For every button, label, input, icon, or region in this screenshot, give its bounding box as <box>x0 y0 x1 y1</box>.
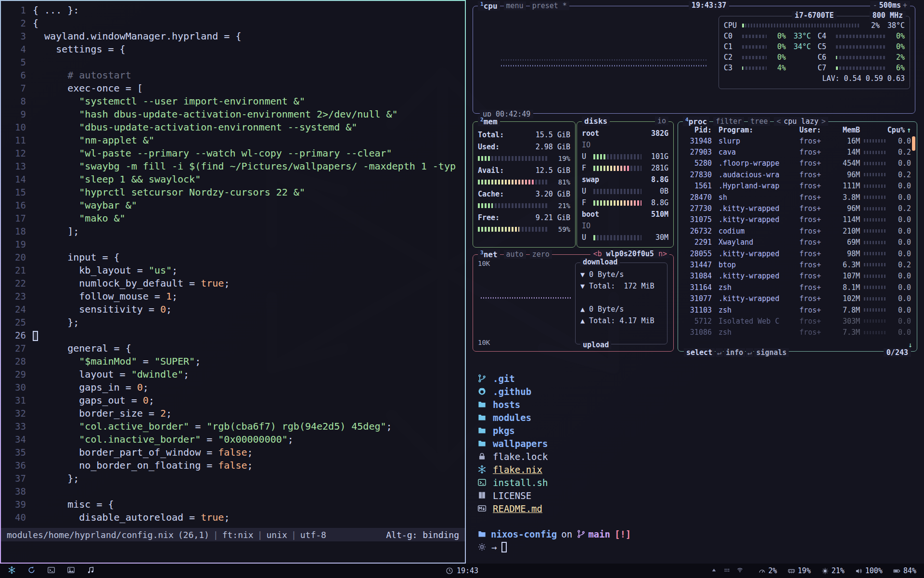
tray-item[interactable] <box>737 566 743 575</box>
mem-stat-row: Used:2.98 GiB <box>478 141 570 153</box>
select-button[interactable]: select <box>684 348 715 357</box>
disk-io-label: IO <box>582 139 668 151</box>
core-pct: 0% <box>767 53 786 62</box>
disks-box-title[interactable]: disks <box>582 117 610 126</box>
gear-icon <box>477 542 487 552</box>
code-line: 10 "dbus-update-activation-environment -… <box>1 121 465 134</box>
proc-row[interactable]: 26732codiumfros+210M0.0 <box>678 225 917 236</box>
proc-pid: 5280 <box>684 159 712 168</box>
proc-cpu: 0.0 <box>891 193 911 202</box>
file-list-item: .git <box>477 372 924 385</box>
bar-launcher[interactable] <box>67 566 75 576</box>
line-number: 39 <box>1 498 26 511</box>
proc-program: zsh <box>712 328 799 337</box>
proc-program: Xwayland <box>712 238 799 247</box>
proc-row[interactable]: 31103zshfros+7.8M0.0 <box>678 304 917 315</box>
bar-stat-module[interactable]: 21% <box>821 566 845 575</box>
proc-mem-meter <box>864 229 887 233</box>
code-line: 13 "swaybg -m fill -i $(find ~/Pictures/… <box>1 160 465 173</box>
disk-name: swap <box>582 175 599 184</box>
proc-row[interactable]: 31086zshfros+7.3M0.0 <box>678 327 917 338</box>
core-pct: 6% <box>886 64 905 72</box>
code-line: 21 kb_layout = "us"; <box>1 264 465 277</box>
proc-row[interactable]: 31075.kitty-wrappedfros+114M0.0 <box>678 214 917 225</box>
bar-launcher[interactable] <box>27 566 36 576</box>
code-area[interactable]: 1{ ... }:2{3 wayland.windowManager.hyprl… <box>1 1 465 524</box>
sort-direction-arrow[interactable]: ↑ <box>905 126 911 134</box>
proc-pid: 31948 <box>684 137 712 145</box>
code-line: 20 input = { <box>1 251 465 264</box>
bar-launcher[interactable] <box>47 566 55 576</box>
code-line: 33 "col.active_border" = "rgb(cba6f7) rg… <box>1 420 465 433</box>
core-temp: 34°C <box>786 42 811 51</box>
editor-window[interactable]: 1{ ... }:2{3 wayland.windowManager.hyprl… <box>0 0 466 564</box>
btop-window[interactable]: 1cpu menu preset * 19:43:37 -500ms+ up 0… <box>466 0 924 362</box>
tray-item[interactable] <box>711 566 717 575</box>
line-number: 32 <box>1 407 26 420</box>
proc-row[interactable]: 31447btopfros+6.3M0.2 <box>678 259 917 270</box>
net-box-title[interactable]: 3net <box>478 250 500 259</box>
proc-row[interactable]: 31077.kitty-wrappedfros+102M0.0 <box>678 293 917 304</box>
proc-row[interactable]: 31948slurpfros+16M0.0 <box>678 135 917 146</box>
proc-program: btop <box>712 261 799 269</box>
proc-row[interactable]: 27903cavafros+14M0.2 <box>678 146 917 158</box>
cpu-box-title[interactable]: 1cpu <box>478 1 500 11</box>
mem-box-title[interactable]: 2mem <box>478 117 500 126</box>
file-list-item: hosts <box>477 398 924 411</box>
code-line: 32 border_size = 2; <box>1 407 465 420</box>
net-device-switcher[interactable]: <b wlp0s20f0u5 n> <box>590 250 669 258</box>
net-auto-button[interactable]: auto <box>504 250 526 259</box>
proc-sort-control[interactable]: < cpu lazy > <box>774 117 828 126</box>
bar-clock-module[interactable]: 19:43 <box>446 566 478 575</box>
proc-mem: 3.8M <box>835 193 860 202</box>
proc-row[interactable]: 31164zshfros+8.1M0.0 <box>678 282 917 293</box>
proc-row[interactable]: 31084.kitty-wrappedfros+107M0.0 <box>678 271 917 282</box>
bar-stat-module[interactable]: 19% <box>788 566 811 575</box>
proc-row[interactable]: 1561.Hyprland-wrapfros+111M0.0 <box>678 181 917 192</box>
bar-stat-module[interactable]: 100% <box>855 566 883 575</box>
statusline-encoding: utf-8 <box>300 530 326 540</box>
proc-scrollbar-thumb[interactable] <box>912 136 915 151</box>
proc-mem-meter <box>864 297 887 301</box>
usage-meter <box>593 154 642 159</box>
cpu-menu-button[interactable]: menu <box>504 1 526 10</box>
proc-row[interactable]: 5712Isolated Web Cfros+303M0.0 <box>678 315 917 327</box>
disks-io-toggle[interactable]: io <box>655 117 668 125</box>
signals-button[interactable]: signals <box>754 348 788 357</box>
bar-launcher[interactable] <box>87 566 95 576</box>
tray-item[interactable] <box>724 566 730 575</box>
proc-row[interactable]: 28055.kitty-wrappedfros+98M0.0 <box>678 248 917 259</box>
proc-filter-button[interactable]: filter <box>713 117 744 126</box>
proc-row[interactable]: 5280.floorp-wrappefros+454M0.0 <box>678 158 917 169</box>
bar-stat-module[interactable]: 2% <box>758 566 777 575</box>
usage-meter <box>742 35 767 38</box>
cpu-total-row: CPU2%38°C <box>724 20 905 31</box>
core-row: C20%C62% <box>724 52 905 63</box>
bar-launcher[interactable] <box>8 566 16 576</box>
net-zero-button[interactable]: zero <box>530 250 552 259</box>
statusline-eol: unix <box>267 530 287 540</box>
update-interval-control[interactable]: -500ms+ <box>870 1 910 10</box>
proc-box-title[interactable]: 4proc <box>683 117 709 126</box>
code-line: 19 <box>1 238 465 251</box>
proc-tree-button[interactable]: tree <box>748 117 770 126</box>
proc-row[interactable]: 2291Xwaylandfros+69M0.0 <box>678 237 917 248</box>
core-temp: 33°C <box>786 32 811 40</box>
bar-stat-module[interactable]: 84% <box>893 566 916 575</box>
proc-cpu: 0.0 <box>891 159 911 168</box>
proc-mem: 454M <box>835 159 860 168</box>
proc-row[interactable]: 28470shfros+3.8M0.0 <box>678 192 917 203</box>
proc-row[interactable]: 27830.audacious-wrafros+96M0.2 <box>678 169 917 180</box>
proc-mem: 107M <box>835 272 860 280</box>
proc-row[interactable]: 27730.kitty-wrappedfros+96M0.2 <box>678 203 917 214</box>
core-row: C10%34°CC50% <box>724 41 905 52</box>
shell-prompt-line2[interactable]: → <box>477 540 924 553</box>
info-button[interactable]: info <box>724 348 745 357</box>
system-tray <box>711 566 743 575</box>
code-line: 36 no_border_on_floating = false; <box>1 459 465 472</box>
core-left: C20% <box>724 53 811 62</box>
cpu-preset-button[interactable]: preset * <box>530 1 569 10</box>
terminal-window[interactable]: .git.githubhostsmodulespkgswallpapersfla… <box>466 362 924 564</box>
upload-total: ▲ Total: 4.17 MiB <box>580 315 662 327</box>
code-line: 2{ <box>1 17 465 30</box>
